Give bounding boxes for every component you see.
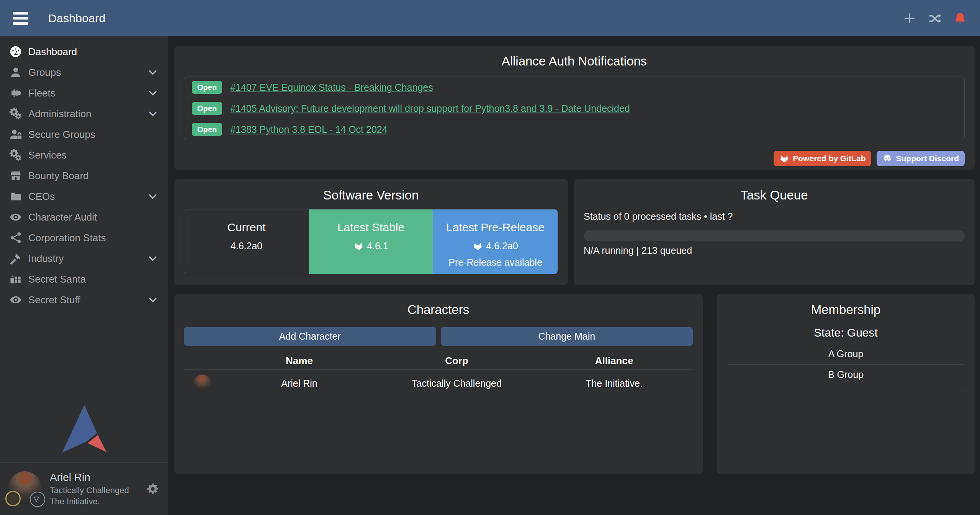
page-title[interactable]: Dashboard [48,12,105,25]
corp-logo-badge [5,491,21,506]
notification-link[interactable]: #1383 Python 3.8 EOL - 14 Oct 2024 [230,124,387,135]
notifications-bell-icon[interactable] [953,11,967,25]
status-badge: Open [192,123,222,136]
sidebar-item-bounty-board[interactable]: Bounty Board [0,165,168,186]
sidebar: Dashboard Groups Fleets Administration S… [0,36,168,515]
notifications-footer: Powered by GitLab Support Discord [184,151,965,166]
software-version-panel: Software Version Current 4.6.2a0 Latest … [174,179,568,285]
chevron-down-icon [147,191,159,202]
chevron-down-icon [147,294,159,306]
jet-icon [9,87,22,100]
task-queue-status: Status of 0 processed tasks • last ? [584,211,965,222]
alliance-logo-badge [30,492,45,507]
gear-icon[interactable] [146,482,159,495]
add-character-icon[interactable] [903,11,916,25]
add-character-button[interactable]: Add Character [184,327,436,346]
user-name: Ariel Rin [50,471,129,485]
chevron-down-icon [147,67,159,78]
version-cell-latest-stable: Latest Stable 4.6.1 [309,209,433,274]
notification-row: Open #1405 Advisory: Future development … [184,98,964,119]
notifications-title: Alliance Auth Notifications [184,54,965,69]
version-cell-latest-prerelease: Latest Pre-Release 4.6.2a0 Pre-Release a… [433,209,558,274]
column-corp: Corp [378,355,535,367]
user-avatar[interactable] [8,470,43,508]
sidebar-item-secret-santa[interactable]: Secret Santa [0,269,168,289]
characters-table-header: Name Corp Alliance [184,352,693,370]
notification-link[interactable]: #1405 Advisory: Future development will … [230,103,630,114]
membership-panel: Membership State: Guest A Group B Group [717,294,975,474]
discord-icon [882,154,892,163]
notification-row: Open #1383 Python 3.8 EOL - 14 Oct 2024 [184,119,964,140]
status-badge: Open [192,102,222,115]
support-discord-badge[interactable]: Support Discord [877,151,965,166]
task-queue-panel: Task Queue Status of 0 processed tasks •… [574,179,975,285]
column-alliance: Alliance [535,355,693,367]
sidebar-item-administration[interactable]: Administration [0,103,168,124]
version-cell-current: Current 4.6.2a0 [184,209,309,274]
sidebar-nav: Dashboard Groups Fleets Administration S… [0,36,168,310]
user-corp: Tactically Challenged [50,485,129,496]
notification-row: Open #1407 EVE Equinox Status - Breaking… [184,77,964,98]
eye-icon [9,293,22,306]
change-main-button[interactable]: Change Main [441,327,693,346]
version-comparison: Current 4.6.2a0 Latest Stable 4.6.1 Late… [184,209,558,274]
sidebar-item-secure-groups[interactable]: Secure Groups [0,124,168,145]
membership-groups: A Group B Group [727,344,965,385]
main-content: Alliance Auth Notifications Open #1407 E… [168,36,980,515]
alliance-auth-logo [61,405,106,453]
sidebar-item-industry[interactable]: Industry [0,248,168,269]
powered-by-gitlab-badge[interactable]: Powered by GitLab [774,151,871,166]
user-alliance: The Initiative. [50,496,129,507]
user-icon [9,66,22,79]
task-queue-counts: N/A running | 213 queued [584,245,965,256]
change-main-shuffle-icon[interactable] [928,11,942,25]
characters-table: Name Corp Alliance Ariel Rin Tactically … [184,352,693,397]
menu-toggle-icon[interactable] [13,12,28,25]
sidebar-item-ceos[interactable]: CEOs [0,186,168,207]
gitlab-icon [353,241,364,251]
character-name: Ariel Rin [221,378,378,389]
gauge-icon [9,45,22,58]
sidebar-user-panel: Ariel Rin Tactically Challenged The Init… [0,462,168,515]
column-name: Name [221,355,378,367]
gitlab-icon [473,241,483,251]
character-alliance: The Initiative. [535,378,693,389]
task-progress-bar [584,231,965,241]
characters-panel: Characters Add Character Change Main Nam… [174,294,703,474]
notification-link[interactable]: #1407 EVE Equinox Status - Breaking Chan… [230,82,433,93]
sidebar-item-groups[interactable]: Groups [0,62,168,83]
alliance-auth-dashboard: { "navbar": { "title": "Dashboard" }, "s… [0,0,980,515]
user-info: Ariel Rin Tactically Challenged The Init… [50,471,129,507]
cogs-icon [9,107,22,120]
membership-title: Membership [727,302,965,317]
sidebar-item-corporation-stats[interactable]: Corporation Stats [0,227,168,248]
user-lock-icon [9,128,22,141]
group-list-item: B Group [727,365,965,385]
notifications-list: Open #1407 EVE Equinox Status - Breaking… [184,77,965,140]
sidebar-item-dashboard[interactable]: Dashboard [0,41,168,62]
eye-icon [9,211,22,224]
sidebar-item-fleets[interactable]: Fleets [0,83,168,103]
notifications-panel: Alliance Auth Notifications Open #1407 E… [174,46,975,170]
membership-state: State: Guest [727,326,965,339]
task-queue-title: Task Queue [584,188,965,203]
folder-icon [9,190,22,203]
sidebar-item-character-audit[interactable]: Character Audit [0,207,168,227]
gifts-icon [9,273,22,286]
group-list-item: A Group [727,344,965,365]
gitlab-icon [779,154,789,163]
sidebar-item-services[interactable]: Services [0,145,168,165]
software-version-title: Software Version [184,188,558,203]
character-corp: Tactically Challenged [378,378,535,389]
chevron-down-icon [147,87,159,99]
chevron-down-icon [147,108,159,119]
characters-title: Characters [184,302,693,317]
hammer-icon [9,252,22,265]
character-avatar [193,374,211,392]
share-icon [9,231,22,244]
sidebar-item-secret-stuff[interactable]: Secret Stuff [0,289,168,310]
chevron-down-icon [147,253,159,264]
status-badge: Open [192,81,222,94]
top-navbar: Dashboard [0,0,980,36]
table-row: Ariel Rin Tactically Challenged The Init… [184,370,693,397]
